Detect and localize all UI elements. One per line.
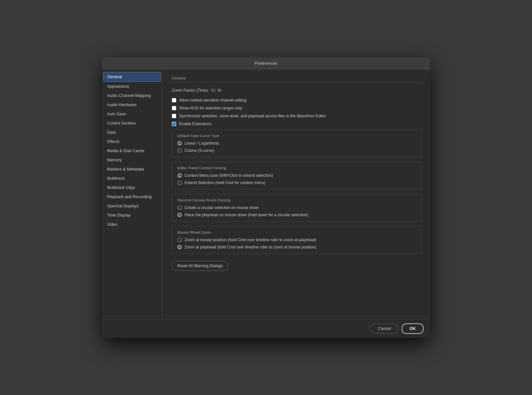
sidebar-item-memory[interactable]: Memory bbox=[102, 155, 162, 165]
dialog-content: GeneralAppearanceAudio Channel MappingAu… bbox=[102, 69, 430, 319]
radio-label-extend-selection: Extend Selection (hold Cmd for context m… bbox=[185, 180, 265, 185]
mouse-wheel-options: Zoom at mouse position (hold Cmd over ti… bbox=[177, 238, 415, 249]
zoom-factor-unit: % bbox=[217, 88, 221, 93]
radio-circle-place-playhead[interactable] bbox=[177, 213, 182, 217]
radio-row-linear-log[interactable]: Linear / Logarithmic bbox=[177, 141, 415, 146]
sidebar: GeneralAppearanceAudio Channel MappingAu… bbox=[102, 69, 163, 319]
checkbox-hud[interactable] bbox=[172, 106, 176, 110]
radio-circle-linear-log[interactable] bbox=[177, 141, 182, 146]
editor-panel-options: Context Menu (use Shift+Click to extend … bbox=[177, 173, 415, 185]
sidebar-item-playback-recording[interactable]: Playback and Recording bbox=[102, 192, 162, 201]
title-bar: Preferences bbox=[102, 58, 430, 69]
reset-warnings-button[interactable]: Reset All Warning Dialogs bbox=[172, 261, 228, 271]
sidebar-item-appearance[interactable]: Appearance bbox=[102, 82, 162, 91]
checkbox-sync-selection[interactable] bbox=[172, 114, 176, 118]
sidebar-item-control-surface[interactable]: Control Surface bbox=[102, 119, 162, 128]
sidebar-item-general[interactable]: General bbox=[103, 72, 161, 82]
sidebar-item-multitrack[interactable]: Multitrack bbox=[102, 174, 162, 183]
editor-panel-group: Editor Panel Context Clicking Context Me… bbox=[172, 162, 421, 189]
spectral-brush-group: Spectral Circular Brush Clicking Create … bbox=[172, 194, 421, 221]
mouse-wheel-group: Mouse Wheel Zoom Zoom at mouse position … bbox=[172, 226, 421, 254]
radio-row-zoom-playhead[interactable]: Zoom at playhead (hold Cmd over timeline… bbox=[177, 245, 415, 249]
radio-circle-circular-selection[interactable] bbox=[177, 205, 182, 210]
radio-label-zoom-playhead: Zoom at playhead (hold Cmd over timeline… bbox=[185, 245, 316, 249]
checkbox-extensions[interactable] bbox=[172, 122, 176, 126]
sidebar-item-audio-hardware[interactable]: Audio Hardware bbox=[102, 100, 162, 109]
ok-button[interactable]: OK bbox=[402, 323, 424, 334]
sidebar-item-audio-channel-mapping[interactable]: Audio Channel Mapping bbox=[102, 91, 162, 100]
sidebar-item-spectral-displays[interactable]: Spectral Displays bbox=[102, 201, 162, 211]
radio-circle-context-menu[interactable] bbox=[177, 173, 182, 178]
radio-row-zoom-mouse-pos[interactable]: Zoom at mouse position (hold Cmd over ti… bbox=[177, 238, 415, 242]
editor-panel-label: Editor Panel Context Clicking bbox=[177, 166, 415, 170]
sidebar-item-media-disk-cache[interactable]: Media & Disk Cache bbox=[102, 146, 162, 155]
sidebar-item-auto-save[interactable]: Auto Save bbox=[102, 109, 162, 119]
checkbox-row-ctx-channel: Allow context-sensitive channel editing bbox=[172, 98, 421, 103]
radio-label-zoom-mouse-pos: Zoom at mouse position (hold Cmd over ti… bbox=[185, 238, 316, 242]
radio-label-linear-log: Linear / Logarithmic bbox=[185, 141, 219, 146]
radio-circle-cosine[interactable] bbox=[177, 148, 182, 153]
mouse-wheel-label: Mouse Wheel Zoom bbox=[177, 230, 415, 234]
zoom-factor-label: Zoom Factor (Time): bbox=[172, 88, 209, 93]
preferences-dialog: Preferences GeneralAppearanceAudio Chann… bbox=[102, 58, 430, 338]
cancel-button[interactable]: Cancel bbox=[370, 324, 398, 334]
radio-row-place-playhead[interactable]: Place the playhead on mouse down (hold d… bbox=[177, 213, 415, 217]
spectral-brush-options: Create a circular selection on mouse dow… bbox=[177, 205, 415, 217]
sidebar-item-data[interactable]: Data bbox=[102, 128, 162, 137]
radio-label-circular-selection: Create a circular selection on mouse dow… bbox=[185, 205, 259, 210]
zoom-factor-value: 50 bbox=[211, 88, 215, 93]
checkbox-label-ctx-channel: Allow context-sensitive channel editing bbox=[179, 98, 246, 103]
dialog-title: Preferences bbox=[255, 61, 277, 66]
radio-row-cosine[interactable]: Cosine (S-curve) bbox=[177, 148, 415, 153]
footer: Cancel OK bbox=[102, 319, 430, 338]
section-title: General bbox=[172, 76, 421, 83]
radio-row-circular-selection[interactable]: Create a circular selection on mouse dow… bbox=[177, 205, 415, 210]
sidebar-item-markers-metadata[interactable]: Markers & Metadata bbox=[102, 165, 162, 174]
checkbox-row-hud: Show HUD for selection ranges only bbox=[172, 106, 421, 110]
sidebar-item-effects[interactable]: Effects bbox=[102, 137, 162, 146]
radio-circle-extend-selection[interactable] bbox=[177, 180, 182, 185]
main-panel: General Zoom Factor (Time): 50 % Allow c… bbox=[163, 69, 430, 319]
checkbox-label-sync-selection: Synchronize selection, zoom level, and p… bbox=[179, 114, 326, 118]
radio-row-extend-selection[interactable]: Extend Selection (hold Cmd for context m… bbox=[177, 180, 415, 185]
radio-circle-zoom-playhead[interactable] bbox=[177, 245, 182, 249]
radio-label-cosine: Cosine (S-curve) bbox=[185, 148, 214, 153]
checkbox-label-hud: Show HUD for selection ranges only bbox=[179, 106, 242, 110]
spectral-brush-label: Spectral Circular Brush Clicking bbox=[177, 198, 415, 202]
checkboxes-section: Allow context-sensitive channel editingS… bbox=[172, 98, 421, 126]
checkbox-row-extensions: Enable Extensions bbox=[172, 122, 421, 126]
radio-label-place-playhead: Place the playhead on mouse down (hold d… bbox=[185, 213, 308, 217]
checkbox-label-extensions: Enable Extensions bbox=[179, 122, 211, 126]
zoom-factor-row: Zoom Factor (Time): 50 % bbox=[172, 88, 421, 93]
sidebar-item-time-display[interactable]: Time Display bbox=[102, 211, 162, 220]
fade-curve-options: Linear / LogarithmicCosine (S-curve) bbox=[177, 141, 415, 153]
checkbox-ctx-channel[interactable] bbox=[172, 98, 176, 103]
sidebar-item-video[interactable]: Video bbox=[102, 220, 162, 229]
fade-curve-group: Default Fade Curve Type Linear / Logarit… bbox=[172, 129, 421, 157]
sidebar-item-multitrack-clips[interactable]: Multitrack Clips bbox=[102, 183, 162, 192]
checkbox-row-sync-selection: Synchronize selection, zoom level, and p… bbox=[172, 114, 421, 118]
fade-curve-label: Default Fade Curve Type bbox=[177, 134, 415, 138]
radio-row-context-menu[interactable]: Context Menu (use Shift+Click to extend … bbox=[177, 173, 415, 178]
radio-label-context-menu: Context Menu (use Shift+Click to extend … bbox=[185, 173, 273, 178]
radio-circle-zoom-mouse-pos[interactable] bbox=[177, 238, 182, 242]
